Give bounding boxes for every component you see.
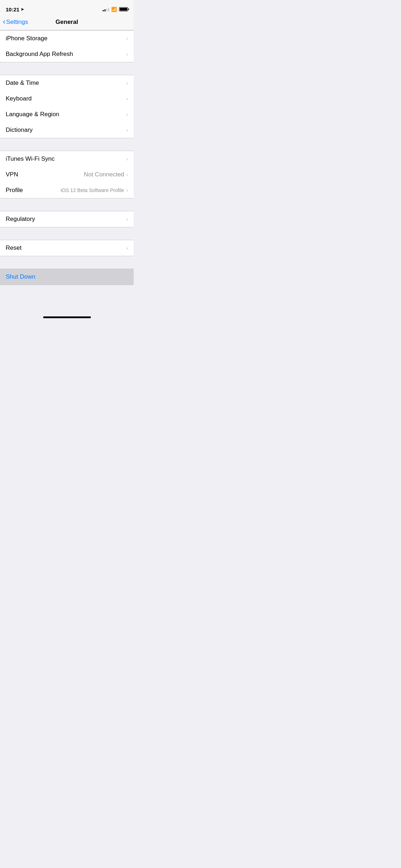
label-profile: Profile bbox=[6, 183, 61, 198]
label-language-region: Language & Region bbox=[6, 107, 126, 122]
right-language-region: › bbox=[126, 112, 128, 117]
value-profile: iOS 12 Beta Software Profile bbox=[61, 187, 124, 193]
chevron-date-time: › bbox=[126, 80, 128, 86]
right-date-time: › bbox=[126, 80, 128, 86]
location-icon: ➤ bbox=[21, 7, 24, 12]
settings-group-2: Date & Time › Keyboard › Language & Regi… bbox=[0, 75, 134, 138]
chevron-language-region: › bbox=[126, 112, 128, 117]
label-date-time: Date & Time bbox=[6, 76, 126, 91]
settings-group-6: Shut Down bbox=[0, 269, 134, 285]
back-label: Settings bbox=[6, 19, 28, 26]
status-icons: 📶 bbox=[103, 7, 128, 12]
status-bar: 10:21 ➤ 📶 bbox=[0, 0, 134, 16]
row-dictionary[interactable]: Dictionary › bbox=[0, 122, 134, 138]
signal-bar-1 bbox=[103, 10, 104, 11]
label-iphone-storage: iPhone Storage bbox=[6, 31, 126, 46]
chevron-itunes-wifi-sync: › bbox=[126, 156, 128, 162]
nav-bar: ‹ Settings General bbox=[0, 16, 134, 30]
row-keyboard[interactable]: Keyboard › bbox=[0, 91, 134, 107]
row-itunes-wifi-sync[interactable]: iTunes Wi-Fi Sync › bbox=[0, 151, 134, 167]
label-shut-down: Shut Down bbox=[6, 269, 128, 284]
status-time: 10:21 ➤ bbox=[6, 6, 24, 12]
chevron-regulatory: › bbox=[126, 216, 128, 222]
value-vpn: Not Connected bbox=[84, 171, 124, 178]
row-regulatory[interactable]: Regulatory › bbox=[0, 211, 134, 227]
settings-group-4: Regulatory › bbox=[0, 211, 134, 227]
home-indicator bbox=[0, 314, 134, 321]
row-reset[interactable]: Reset › bbox=[0, 240, 134, 256]
right-dictionary: › bbox=[126, 127, 128, 133]
settings-group-5: Reset › bbox=[0, 240, 134, 256]
nav-title: General bbox=[56, 19, 78, 26]
label-reset: Reset bbox=[6, 241, 126, 255]
signal-bar-3 bbox=[106, 9, 107, 11]
label-itunes-wifi-sync: iTunes Wi-Fi Sync bbox=[6, 151, 126, 166]
chevron-reset: › bbox=[126, 245, 128, 251]
spacer-6 bbox=[0, 285, 134, 314]
row-profile[interactable]: Profile iOS 12 Beta Software Profile › bbox=[0, 182, 134, 198]
chevron-dictionary: › bbox=[126, 127, 128, 133]
row-language-region[interactable]: Language & Region › bbox=[0, 107, 134, 122]
right-itunes-wifi-sync: › bbox=[126, 156, 128, 162]
chevron-vpn: › bbox=[126, 172, 128, 177]
signal-bar-4 bbox=[108, 8, 109, 11]
spacer-5 bbox=[0, 256, 134, 269]
spacer-2 bbox=[0, 138, 134, 151]
signal-bars bbox=[103, 7, 109, 11]
page-wrapper: 10:21 ➤ 📶 ‹ Settings General bbox=[0, 0, 134, 333]
right-regulatory: › bbox=[126, 216, 128, 222]
row-vpn[interactable]: VPN Not Connected › bbox=[0, 167, 134, 182]
right-keyboard: › bbox=[126, 96, 128, 102]
chevron-background-app-refresh: › bbox=[126, 51, 128, 57]
settings-group-3: iTunes Wi-Fi Sync › VPN Not Connected › … bbox=[0, 151, 134, 198]
battery-fill bbox=[120, 8, 127, 11]
home-bar bbox=[43, 316, 91, 318]
right-profile: iOS 12 Beta Software Profile › bbox=[61, 187, 128, 193]
chevron-iphone-storage: › bbox=[126, 36, 128, 41]
row-shut-down[interactable]: Shut Down bbox=[0, 269, 134, 285]
label-dictionary: Dictionary bbox=[6, 123, 126, 138]
label-vpn: VPN bbox=[6, 167, 84, 182]
spacer-3 bbox=[0, 198, 134, 211]
wifi-icon: 📶 bbox=[111, 7, 117, 12]
label-keyboard: Keyboard bbox=[6, 91, 126, 106]
spacer-1 bbox=[0, 62, 134, 75]
time-display: 10:21 bbox=[6, 6, 19, 12]
right-iphone-storage: › bbox=[126, 36, 128, 41]
right-background-app-refresh: › bbox=[126, 51, 128, 57]
row-iphone-storage[interactable]: iPhone Storage › bbox=[0, 31, 134, 46]
bottom-area bbox=[0, 314, 134, 333]
battery-icon bbox=[119, 7, 128, 11]
label-regulatory: Regulatory bbox=[6, 212, 126, 227]
content-area: iPhone Storage › Background App Refresh … bbox=[0, 30, 134, 314]
chevron-profile: › bbox=[126, 187, 128, 193]
chevron-keyboard: › bbox=[126, 96, 128, 102]
back-chevron-icon: ‹ bbox=[3, 18, 5, 26]
row-background-app-refresh[interactable]: Background App Refresh › bbox=[0, 46, 134, 62]
label-background-app-refresh: Background App Refresh bbox=[6, 47, 126, 62]
right-vpn: Not Connected › bbox=[84, 171, 128, 178]
settings-group-1: iPhone Storage › Background App Refresh … bbox=[0, 30, 134, 62]
signal-bar-2 bbox=[104, 9, 106, 11]
right-reset: › bbox=[126, 245, 128, 251]
row-date-time[interactable]: Date & Time › bbox=[0, 75, 134, 91]
spacer-4 bbox=[0, 227, 134, 240]
back-button[interactable]: ‹ Settings bbox=[3, 19, 28, 26]
